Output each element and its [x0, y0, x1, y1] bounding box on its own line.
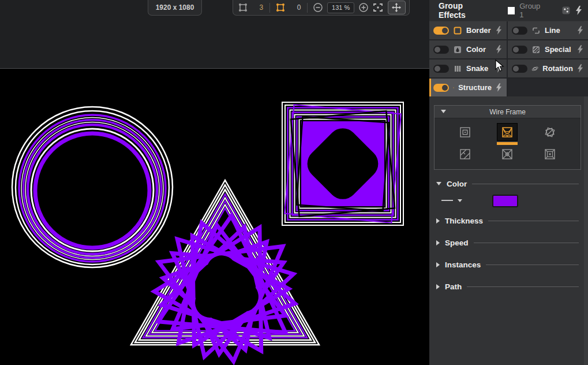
- line-style-dropdown[interactable]: [441, 197, 462, 204]
- effect-row-structure[interactable]: Structure: [429, 79, 507, 96]
- zoom-level: 131 %: [332, 4, 350, 11]
- app-window: 1920 x 1080 3 0 131 %: [0, 0, 588, 365]
- line-toggle[interactable]: [512, 27, 527, 35]
- zoom-out-button[interactable]: [312, 1, 324, 14]
- view-toolbar: 3 0 131 %: [233, 0, 410, 16]
- structure-icon: [453, 83, 454, 92]
- rotation-icon: [531, 64, 538, 73]
- randomize-dice-icon[interactable]: [561, 6, 571, 15]
- section-rule: [467, 286, 579, 287]
- effect-trigger-icon[interactable]: [577, 45, 583, 54]
- color-drop-icon: [453, 45, 462, 54]
- zoom-in-button[interactable]: [357, 1, 370, 14]
- effect-label: Color: [466, 45, 486, 54]
- pan-tool-button[interactable]: [388, 1, 406, 14]
- group-color-swatch[interactable]: [508, 7, 515, 14]
- points-count-icon[interactable]: [237, 1, 249, 14]
- effect-label: Line: [545, 26, 560, 35]
- effect-label: Special: [545, 45, 571, 54]
- structure-toggle[interactable]: [433, 84, 449, 92]
- chevron-down-icon: [436, 182, 441, 185]
- selected-points-count: 0: [289, 3, 301, 12]
- canvas-artwork: [0, 69, 429, 365]
- effect-row-color[interactable]: Color: [429, 40, 507, 58]
- section-rule: [474, 243, 579, 243]
- effect-trigger-icon[interactable]: [496, 45, 502, 54]
- snake-toggle[interactable]: [433, 65, 449, 73]
- mouse-cursor: [495, 59, 504, 72]
- speed-section-header[interactable]: Speed: [436, 237, 579, 248]
- line-style-icon: [441, 197, 455, 204]
- path-section-header[interactable]: Path: [436, 281, 579, 292]
- zoom-level-field[interactable]: 131 %: [327, 2, 354, 13]
- wireframe-mode-nested-x[interactable]: [540, 145, 560, 163]
- group-selector[interactable]: Group 1: [519, 2, 544, 19]
- panel-title: Group Effects: [439, 1, 487, 20]
- chevron-right-icon: [436, 218, 440, 224]
- wireframe-mode-rotated-squares[interactable]: [540, 123, 560, 141]
- effects-grid-empty-cell: [508, 79, 588, 96]
- special-toggle[interactable]: [512, 46, 527, 54]
- chevron-down-icon: [441, 110, 446, 113]
- border-icon: [453, 26, 462, 35]
- workspace: 1920 x 1080 3 0 131 %: [0, 0, 429, 365]
- chevron-right-icon: [436, 262, 440, 267]
- effect-trigger-icon[interactable]: [496, 26, 502, 35]
- effect-label: Border: [466, 26, 491, 35]
- effect-trigger-icon[interactable]: [496, 83, 502, 92]
- section-title: Speed: [445, 239, 469, 247]
- wireframe-header[interactable]: Wire Frame: [435, 106, 580, 118]
- chevron-right-icon: [436, 240, 440, 245]
- section-title: Path: [445, 282, 462, 291]
- chevron-down-icon: [458, 199, 462, 202]
- effect-row-special[interactable]: Special: [508, 40, 588, 58]
- selected-points-icon[interactable]: [274, 1, 287, 14]
- wireframe-mode-corner-x[interactable]: [497, 145, 518, 163]
- lightning-icon[interactable]: [575, 6, 582, 15]
- thickness-section-header[interactable]: Thickness: [436, 215, 579, 226]
- effect-label: Structure: [458, 83, 492, 92]
- section-title: Instances: [445, 260, 481, 269]
- resolution-label: 1920 x 1080: [156, 3, 194, 12]
- section-rule: [472, 184, 579, 184]
- color-toggle[interactable]: [433, 46, 449, 54]
- effect-row-border[interactable]: Border: [429, 21, 507, 39]
- chevron-right-icon: [436, 284, 440, 289]
- instances-section-header[interactable]: Instances: [436, 259, 579, 270]
- effects-grid: Border Line Color Special: [429, 21, 588, 96]
- effect-trigger-icon[interactable]: [577, 26, 583, 35]
- color-swatch[interactable]: [492, 195, 518, 207]
- effect-label: Rotation: [542, 64, 573, 73]
- fit-to-screen-button[interactable]: [372, 1, 384, 14]
- toolbar-divider: [307, 3, 308, 13]
- group-effects-panel: Group Effects Group 1 Border Line: [429, 0, 588, 365]
- special-icon: [531, 45, 541, 54]
- color-section-header[interactable]: Color: [436, 178, 579, 189]
- section-rule: [486, 265, 579, 265]
- snake-icon: [453, 64, 462, 73]
- section-title: Thickness: [445, 217, 483, 225]
- wireframe-mode-concentric-squares[interactable]: [455, 123, 475, 141]
- wireframe-mode-pinwheel[interactable]: [455, 145, 475, 163]
- effect-trigger-icon[interactable]: [577, 64, 583, 73]
- wireframe-mode-hanging-wires[interactable]: [497, 123, 518, 141]
- border-toggle[interactable]: [433, 27, 449, 35]
- wireframe-section: Wire Frame: [434, 105, 581, 170]
- color-section-title: Color: [447, 180, 467, 188]
- line-icon: [531, 26, 541, 35]
- wireframe-mode-grid: [435, 118, 580, 165]
- resolution-tab[interactable]: 1920 x 1080: [148, 0, 202, 16]
- effect-label: Snake: [466, 64, 488, 73]
- panel-header: Group Effects Group 1: [429, 0, 588, 21]
- effect-row-line[interactable]: Line: [508, 21, 588, 39]
- toolbar-divider: [269, 3, 270, 13]
- canvas[interactable]: [0, 68, 429, 365]
- points-count: 3: [251, 3, 264, 12]
- wireframe-title: Wire Frame: [489, 108, 526, 116]
- effect-row-rotation[interactable]: Rotation: [508, 59, 588, 77]
- rotation-toggle[interactable]: [512, 65, 527, 73]
- section-rule: [488, 221, 579, 221]
